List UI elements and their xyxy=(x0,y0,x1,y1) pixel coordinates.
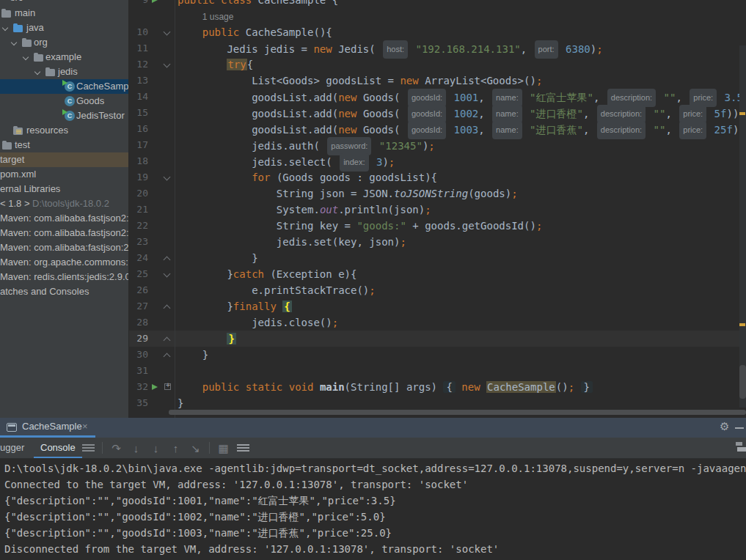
line-number: 31 xyxy=(129,363,148,379)
tree-item-maven-com-alibaba-fastjson2-f[interactable]: Maven: com.alibaba.fastjson2:f xyxy=(0,211,128,226)
tree-item-resources[interactable]: resources xyxy=(0,123,128,138)
tree-item-src[interactable]: src xyxy=(0,0,128,5)
tree-item-label: main xyxy=(15,6,35,21)
code-text: String key = "goods:" + goods.getGoodsId… xyxy=(178,218,542,234)
code-line-29[interactable]: 29 } xyxy=(129,331,739,347)
tree-item-pom-xml[interactable]: pom.xml xyxy=(0,167,128,182)
code-text: for (Goods goods : goodsList){ xyxy=(178,169,437,185)
code-line-21[interactable]: 21 System.out.println(json); xyxy=(129,202,739,218)
code-line-23[interactable]: 23 jedis.set(key, json); xyxy=(129,234,739,250)
tree-item-jedis[interactable]: jedis xyxy=(0,65,128,79)
tree-item-target[interactable]: target xyxy=(0,152,128,167)
tab-console[interactable]: Console xyxy=(34,438,82,458)
code-text: public static void main(String[] args) {… xyxy=(178,379,593,395)
tab-debugger[interactable]: ugger xyxy=(0,438,24,458)
code-line-26[interactable]: 26 e.printStackTrace(); xyxy=(129,282,739,298)
fold-expand-icon[interactable] xyxy=(164,383,171,390)
line-number: 28 xyxy=(129,314,148,331)
fold-marker-icon[interactable] xyxy=(164,271,170,277)
editor-horizontal-scrollbar[interactable] xyxy=(169,410,746,415)
fold-marker-icon[interactable] xyxy=(164,336,170,342)
tree-item-java[interactable]: java xyxy=(0,21,128,35)
view-options-icon[interactable] xyxy=(237,442,249,454)
tree-item-main[interactable]: main xyxy=(0,6,128,21)
code-line-25[interactable]: 25 }catch (Exception e){ xyxy=(129,266,739,282)
tree-item-test[interactable]: test xyxy=(0,138,128,152)
code-editor[interactable]: 9public class CacheSample { 1 usage10 pu… xyxy=(129,0,746,418)
tree-item-org[interactable]: org xyxy=(0,35,128,50)
code-line-16[interactable]: 16 goodsList.add(new Goods( goodsId: 100… xyxy=(129,121,739,137)
code-line-27[interactable]: 27 }finally { xyxy=(129,298,739,314)
tree-item-maven-redis-clients-jedis-2-9-0[interactable]: Maven: redis.clients:jedis:2.9.0 xyxy=(0,270,128,284)
step-out-icon[interactable]: ↑ xyxy=(169,442,182,454)
code-line-35[interactable]: 35} xyxy=(129,395,739,411)
warning-stripe-mark[interactable] xyxy=(739,112,745,115)
code-line-19[interactable]: 19 for (Goods goods : goodsList){ xyxy=(129,169,739,185)
code-line-17[interactable]: 17 jedis.auth( password: "12345"); xyxy=(129,137,739,153)
tree-item-maven-com-alibaba-fastjson-2[interactable]: Maven: com.alibaba:fastjson:2. xyxy=(0,240,128,255)
class-icon: C xyxy=(65,96,76,106)
menu-icon[interactable] xyxy=(82,442,95,454)
code-line-15[interactable]: 15 goodsList.add(new Goods( goodsId: 100… xyxy=(129,105,739,121)
tree-item-jedistestor[interactable]: CJedisTestor xyxy=(0,108,128,123)
fold-marker-icon[interactable] xyxy=(164,29,170,35)
debug-session-tab[interactable]: CacheSample × xyxy=(0,418,95,438)
minimize-icon[interactable] xyxy=(735,427,744,429)
tree-item-cachesample[interactable]: CCacheSample xyxy=(0,79,128,94)
usages-hint-line[interactable]: 1 usage xyxy=(129,8,739,24)
code-line-31[interactable]: 31 xyxy=(129,363,739,379)
tree-item-maven-com-alibaba-fastjson2-f[interactable]: Maven: com.alibaba.fastjson2:f xyxy=(0,226,128,240)
step-over-icon[interactable]: ↷ xyxy=(110,442,122,454)
gear-icon[interactable]: ⚙ xyxy=(720,420,729,433)
console-output[interactable]: D:\tools\jdk-18.0.2\bin\java.exe -agentl… xyxy=(0,459,746,560)
warning-stripe-mark[interactable] xyxy=(739,323,745,326)
editor-vertical-scrollbar-track[interactable] xyxy=(739,45,746,408)
code-text: } xyxy=(178,347,208,363)
tree-item-label: ernal Libraries xyxy=(0,182,60,196)
run-icon[interactable] xyxy=(152,384,158,390)
project-tree[interactable]: srcmainjavaorgexamplejedisCCacheSampleCG… xyxy=(0,0,129,418)
run-icon[interactable] xyxy=(152,0,158,3)
editor-vertical-scrollbar-thumb[interactable] xyxy=(739,365,746,399)
line-number: 26 xyxy=(129,282,148,298)
chevron-down-icon[interactable] xyxy=(2,25,8,31)
tree-item-maven-org-apache-commons-c[interactable]: Maven: org.apache.commons:c xyxy=(0,255,128,270)
step-into-icon[interactable]: ↓ xyxy=(130,442,142,454)
tree-item-goods[interactable]: CGoods xyxy=(0,94,128,108)
fold-marker-icon[interactable] xyxy=(164,255,170,261)
code-line-20[interactable]: 20 String json = JSON.toJSONString(goods… xyxy=(129,185,739,202)
fold-marker-icon[interactable] xyxy=(164,62,170,67)
fold-marker-icon[interactable] xyxy=(164,303,170,309)
code-line-28[interactable]: 28 jedis.close(); xyxy=(129,314,739,331)
fold-marker-icon[interactable] xyxy=(164,352,170,358)
force-step-into-icon[interactable]: ↓ xyxy=(150,442,162,454)
code-text: jedis.close(); xyxy=(178,314,338,331)
line-number: 11 xyxy=(129,40,148,56)
chevron-down-icon[interactable] xyxy=(23,54,29,60)
fold-marker-icon[interactable] xyxy=(164,174,170,180)
code-text: List<Goods> goodsList = new ArrayList<Go… xyxy=(178,73,542,89)
tree-item-atches-and-consoles[interactable]: atches and Consoles xyxy=(0,284,128,299)
tree-item-example[interactable]: example xyxy=(0,50,128,65)
code-line-11[interactable]: 11 Jedis jedis = new Jedis( host: "192.1… xyxy=(129,40,739,56)
run-to-cursor-icon[interactable]: ↘ xyxy=(189,442,202,454)
close-icon[interactable]: × xyxy=(82,421,88,432)
code-line-10[interactable]: 10 public CacheSample(){ xyxy=(129,24,739,40)
code-line-32[interactable]: 32 public static void main(String[] args… xyxy=(129,379,739,395)
chevron-down-icon[interactable] xyxy=(11,40,17,45)
code-line-24[interactable]: 24 } xyxy=(129,250,739,266)
window-layout-icon[interactable] xyxy=(736,442,746,452)
folder-icon xyxy=(34,52,45,62)
code-line-14[interactable]: 14 goodsList.add(new Goods( goodsId: 100… xyxy=(129,89,739,105)
tree-item-1-8[interactable]: < 1.8 > D:\tools\jdk-18.0.2 xyxy=(0,196,128,211)
code-line-18[interactable]: 18 jedis.select( index: 3); xyxy=(129,153,739,169)
code-line-12[interactable]: 12 try{ xyxy=(129,56,739,73)
code-line-30[interactable]: 30 } xyxy=(129,347,739,363)
code-line-9[interactable]: 9public class CacheSample { xyxy=(129,0,739,8)
tree-item-label: Maven: com.alibaba.fastjson2:f xyxy=(0,226,129,240)
code-line-22[interactable]: 22 String key = "goods:" + goods.getGood… xyxy=(129,218,739,234)
chevron-down-icon[interactable] xyxy=(34,69,40,75)
code-line-13[interactable]: 13 List<Goods> goodsList = new ArrayList… xyxy=(129,73,739,89)
evaluate-expression-icon[interactable]: ▦ xyxy=(217,442,230,454)
tree-item-ernal-libraries[interactable]: ernal Libraries xyxy=(0,182,128,196)
